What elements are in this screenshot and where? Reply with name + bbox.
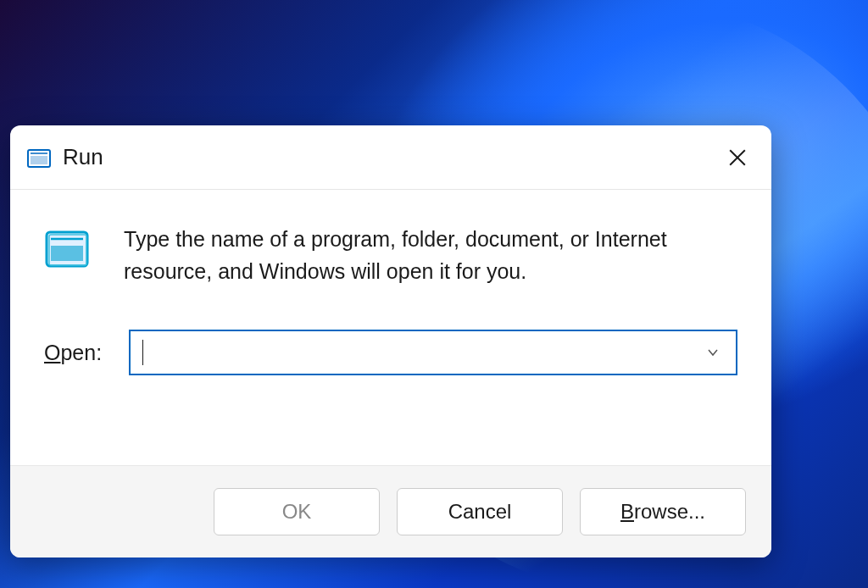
svg-rect-6	[51, 246, 83, 261]
chevron-down-icon[interactable]	[700, 340, 726, 365]
description-row: Type the name of a program, folder, docu…	[44, 224, 746, 287]
text-cursor	[142, 340, 143, 365]
close-button[interactable]	[721, 141, 754, 175]
svg-rect-1	[31, 156, 47, 164]
titlebar: Run	[10, 125, 771, 190]
run-dialog: Run Type the name of a program, folder, …	[10, 125, 771, 557]
dialog-title: Run	[63, 144, 721, 170]
run-icon-large	[44, 227, 90, 273]
input-row: Open:	[44, 330, 746, 375]
open-combobox[interactable]	[129, 330, 737, 375]
dialog-content: Type the name of a program, folder, docu…	[10, 190, 771, 465]
open-label: Open:	[44, 341, 129, 365]
close-icon	[728, 148, 747, 167]
browse-button[interactable]: Browse...	[580, 488, 746, 535]
cancel-button[interactable]: Cancel	[397, 488, 563, 535]
dialog-description: Type the name of a program, folder, docu…	[124, 224, 717, 287]
run-icon	[27, 149, 51, 168]
button-bar: OK Cancel Browse...	[10, 465, 771, 557]
ok-button[interactable]: OK	[214, 488, 380, 535]
open-input[interactable]	[141, 331, 700, 374]
